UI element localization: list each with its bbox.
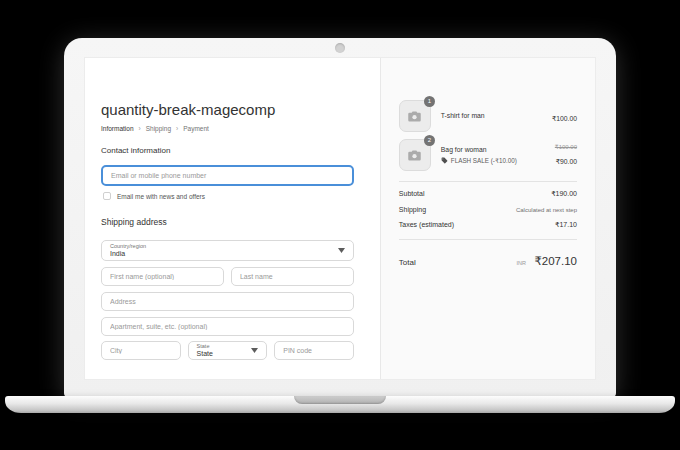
total-value: ₹207.10	[535, 255, 578, 267]
breadcrumb: Information › Shipping › Payment	[101, 125, 354, 132]
summary-divider	[399, 181, 577, 182]
taxes-value: ₹17.10	[555, 221, 577, 229]
newsletter-label: Email me with news and offers	[117, 193, 205, 200]
order-summary-pane: 1 T-shirt for man ₹100.00 2	[380, 58, 595, 379]
total-row: Total INR ₹207.10	[399, 251, 577, 269]
chevron-down-icon	[251, 348, 258, 353]
taxes-label: Taxes (estimated)	[399, 221, 454, 228]
first-name-field[interactable]	[101, 267, 224, 286]
subtotal-row: Subtotal ₹190.00	[399, 190, 577, 198]
tag-icon	[441, 157, 448, 164]
breadcrumb-payment[interactable]: Payment	[183, 125, 209, 132]
city-state-pin-row: State State	[101, 341, 354, 360]
name-fields-row	[101, 267, 354, 286]
checkout-screen: quantity-break-magecomp Information › Sh…	[84, 57, 596, 380]
cart-item: 1 T-shirt for man ₹100.00	[399, 100, 577, 132]
cart-item: 2 Bag for woman FLASH SALE (-₹10.00) ₹10…	[399, 139, 577, 171]
subtotal-label: Subtotal	[399, 190, 425, 197]
breadcrumb-separator-icon: ›	[176, 125, 178, 132]
quantity-badge: 2	[424, 135, 435, 146]
discount-row: FLASH SALE (-₹10.00)	[441, 157, 545, 164]
breadcrumb-information[interactable]: Information	[101, 125, 134, 132]
product-price: ₹100.00	[552, 115, 577, 122]
breadcrumb-shipping[interactable]: Shipping	[146, 125, 171, 132]
address-row	[101, 292, 354, 311]
breadcrumb-separator-icon: ›	[139, 125, 141, 132]
chevron-down-icon	[338, 248, 345, 253]
laptop-frame: quantity-break-magecomp Information › Sh…	[64, 38, 616, 397]
country-select[interactable]: Country/region India	[101, 240, 354, 261]
shipping-row: Shipping Calculated at next step	[399, 206, 577, 213]
camera-icon	[407, 148, 422, 163]
apartment-field[interactable]	[101, 317, 354, 336]
product-original-price: ₹100.00	[555, 143, 577, 150]
shipping-value: Calculated at next step	[516, 207, 577, 213]
last-name-field[interactable]	[231, 267, 354, 286]
total-label: Total	[399, 258, 416, 267]
total-currency: INR	[517, 260, 526, 266]
newsletter-optin-row: Email me with news and offers	[101, 192, 354, 200]
checkout-form-pane: quantity-break-magecomp Information › Sh…	[85, 58, 380, 379]
summary-divider	[399, 239, 577, 240]
email-input[interactable]	[101, 165, 354, 186]
city-field[interactable]	[101, 341, 181, 360]
webcam-dot	[335, 43, 345, 53]
address-field[interactable]	[101, 292, 354, 311]
pin-code-field[interactable]	[274, 341, 354, 360]
state-select[interactable]: State State	[188, 341, 268, 360]
laptop-base	[5, 396, 675, 413]
shipping-label: Shipping	[399, 206, 426, 213]
contact-information-heading: Contact information	[101, 146, 354, 155]
shipping-address-heading: Shipping address	[101, 218, 354, 227]
product-thumbnail: 2	[399, 139, 431, 171]
subtotal-value: ₹190.00	[551, 190, 577, 198]
newsletter-checkbox[interactable]	[103, 192, 111, 200]
product-thumbnail: 1	[399, 100, 431, 132]
laptop-base-notch	[294, 396, 386, 404]
product-name: Bag for woman	[441, 146, 545, 154]
quantity-badge: 1	[424, 96, 435, 107]
taxes-row: Taxes (estimated) ₹17.10	[399, 221, 577, 229]
state-select-value: State	[197, 350, 252, 358]
product-name: T-shirt for man	[441, 112, 542, 120]
apartment-row	[101, 317, 354, 336]
page-title: quantity-break-magecomp	[101, 102, 354, 118]
discount-label: FLASH SALE (-₹10.00)	[451, 157, 517, 164]
country-select-value: India	[110, 250, 338, 258]
product-price: ₹90.00	[556, 158, 577, 165]
camera-icon	[407, 109, 422, 124]
